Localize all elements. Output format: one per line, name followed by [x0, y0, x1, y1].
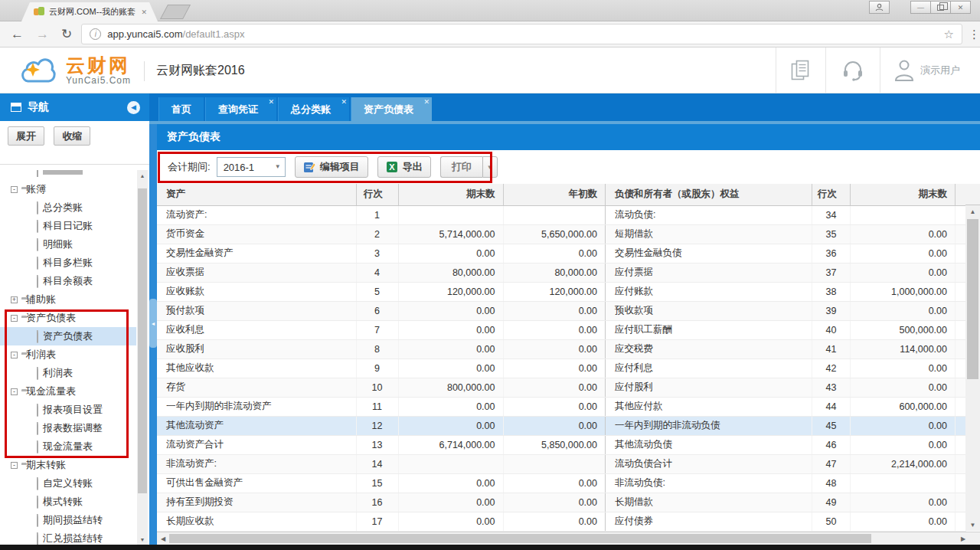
- tree-item-doc[interactable]: 科目日记账: [0, 217, 136, 235]
- workspace-tab-close-icon[interactable]: ✕: [423, 98, 430, 106]
- table-row[interactable]: 交易性金融负债360.00: [606, 244, 966, 263]
- scroll-up-icon[interactable]: ▲: [965, 205, 980, 218]
- tree-item-doc[interactable]: 资产负债表: [0, 327, 136, 345]
- workspace-tab[interactable]: 总分类账✕: [278, 97, 349, 121]
- table-row[interactable]: 应付职工薪酬40500,000.00: [606, 320, 966, 339]
- workspace-tab[interactable]: 首页: [158, 97, 204, 121]
- tree-item-folder[interactable]: -资产负债表: [0, 309, 136, 327]
- support-button[interactable]: [825, 47, 880, 93]
- table-row[interactable]: 长期应收款170.000.00: [157, 512, 605, 531]
- bookmark-star-icon[interactable]: ☆: [944, 28, 954, 41]
- user-menu-button[interactable]: 演示用户: [880, 47, 980, 93]
- tree-item-doc[interactable]: 汇兑损益结转: [0, 529, 136, 545]
- table-row[interactable]: 货币资金25,714,000.005,650,000.00: [157, 224, 605, 244]
- collapse-node-icon[interactable]: -: [11, 388, 18, 395]
- table-row[interactable]: 存货10800,000.000.00: [157, 378, 605, 397]
- table-row[interactable]: 应收票据480,000.0080,000.00: [157, 263, 605, 282]
- tree-item-folder[interactable]: -期末转账: [0, 456, 136, 474]
- table-row[interactable]: 流动资产合计136,714,000.005,850,000.00: [157, 435, 605, 454]
- tree-item-doc[interactable]: 科目余额表: [0, 272, 136, 290]
- collapse-node-icon[interactable]: -: [11, 462, 18, 469]
- print-button[interactable]: 打印: [440, 156, 482, 178]
- table-row[interactable]: 其他应付款44600,000.00: [606, 397, 966, 416]
- table-row[interactable]: 其他流动负债460.00: [606, 435, 966, 454]
- tree-item-doc[interactable]: 现金流量表: [0, 437, 136, 456]
- tree-item-doc[interactable]: 利润表: [0, 364, 136, 382]
- window-restore-icon[interactable]: [930, 1, 951, 14]
- forward-icon[interactable]: →: [36, 27, 49, 42]
- tree-item-doc[interactable]: 科目多栏账: [0, 254, 136, 272]
- browser-tab[interactable]: 云财网.COM--我的账套 ✕: [21, 2, 158, 21]
- tree-item-folder[interactable]: -账簿: [0, 180, 136, 198]
- vertical-scrollbar[interactable]: ▲ ▼: [965, 205, 980, 531]
- table-row[interactable]: 其他应收款90.000.00: [157, 358, 605, 378]
- reload-icon[interactable]: ↻: [61, 26, 72, 42]
- tree-item-doc[interactable]: 报表数据调整: [0, 419, 136, 437]
- table-row[interactable]: 一年内到期的非流动负债450.00: [606, 416, 966, 435]
- table-row[interactable]: 应付票据370.00: [606, 263, 966, 282]
- table-row[interactable]: 短期借款350.00: [606, 224, 966, 244]
- table-row[interactable]: 流动资产:1: [157, 205, 605, 224]
- url-input[interactable]: i app.yuncai5.com /default1.aspx ☆: [81, 24, 962, 44]
- tree-scrollbar-thumb[interactable]: [138, 188, 147, 493]
- horizontal-scrollbar-thumb[interactable]: [169, 534, 871, 543]
- window-close-icon[interactable]: ✕: [950, 1, 971, 14]
- scroll-left-icon[interactable]: ◀: [157, 532, 169, 545]
- vertical-scrollbar-thumb[interactable]: [967, 219, 978, 379]
- table-row[interactable]: 非流动负债:48: [606, 473, 966, 493]
- workspace-tab-close-icon[interactable]: ✕: [268, 98, 274, 106]
- splitter-collapse-icon[interactable]: ◂: [149, 299, 157, 348]
- table-row[interactable]: 交易性金融资产30.000.00: [157, 244, 605, 263]
- tree-item-clipped[interactable]: [0, 170, 136, 180]
- expand-all-button[interactable]: 展开: [8, 126, 44, 146]
- collapse-node-icon[interactable]: -: [11, 186, 18, 193]
- table-row[interactable]: 持有至到期投资160.000.00: [157, 493, 605, 512]
- tree-item-folder[interactable]: -利润表: [0, 345, 136, 364]
- scroll-down-icon[interactable]: ▼: [965, 519, 980, 531]
- table-row[interactable]: 应付股利430.00: [606, 378, 966, 397]
- table-row[interactable]: 应付账款381,000,000.00: [606, 282, 966, 301]
- tree-item-doc[interactable]: 自定义转账: [0, 474, 136, 493]
- table-row[interactable]: 应收股利80.000.00: [157, 339, 605, 358]
- tree-item-folder[interactable]: -现金流量表: [0, 382, 136, 401]
- collapse-node-icon[interactable]: -: [11, 352, 18, 358]
- workspace-tab[interactable]: 资产负债表✕: [351, 97, 432, 121]
- browser-profile-icon[interactable]: [869, 1, 890, 14]
- table-row[interactable]: 一年内到期的非流动资产110.000.00: [157, 397, 605, 416]
- period-select[interactable]: 2016-1 ▼: [217, 157, 286, 177]
- sidebar-collapse-icon[interactable]: ◀: [127, 101, 140, 114]
- table-row[interactable]: 流动负债:34: [606, 205, 966, 224]
- back-icon[interactable]: ←: [11, 27, 24, 42]
- browser-tab-close-icon[interactable]: ✕: [141, 8, 147, 16]
- expand-node-icon[interactable]: +: [11, 296, 18, 303]
- tree-scroll-down-icon[interactable]: ▼: [137, 534, 148, 545]
- tree-scrollbar[interactable]: ▲ ▼: [137, 170, 148, 545]
- window-minimize-icon[interactable]: —: [910, 1, 931, 14]
- edit-items-button[interactable]: 编辑项目: [295, 156, 368, 178]
- new-tab-button[interactable]: [160, 5, 191, 19]
- table-row[interactable]: 应收账款5120,000.00120,000.00: [157, 282, 605, 301]
- table-row[interactable]: 预收款项390.00: [606, 301, 966, 320]
- page-info-icon[interactable]: i: [90, 28, 101, 40]
- collapse-all-button[interactable]: 收缩: [54, 126, 90, 146]
- tree-scroll-up-icon[interactable]: ▲: [137, 170, 148, 181]
- documents-button[interactable]: [776, 47, 825, 93]
- export-button[interactable]: X 导出: [377, 156, 431, 178]
- workspace-tab[interactable]: 查询凭证✕: [205, 97, 276, 121]
- scroll-right-icon[interactable]: ▶: [957, 532, 969, 545]
- tree-item-doc[interactable]: 明细账: [0, 235, 136, 254]
- table-row[interactable]: 流动负债合计472,214,000.00: [606, 454, 966, 473]
- table-row[interactable]: 可供出售金融资产150.000.00: [157, 473, 605, 493]
- print-dropdown-icon[interactable]: ▼: [482, 156, 498, 178]
- panel-splitter[interactable]: ◂: [149, 124, 157, 545]
- tree-item-doc[interactable]: 模式转账: [0, 493, 136, 511]
- table-row[interactable]: 预付款项60.000.00: [157, 301, 605, 320]
- table-row[interactable]: 应收利息70.000.00: [157, 320, 605, 339]
- table-row[interactable]: 长期借款490.00: [606, 493, 966, 512]
- tree-item-doc[interactable]: 报表项目设置: [0, 401, 136, 419]
- tree-item-folder[interactable]: +辅助账: [0, 290, 136, 309]
- browser-menu-icon[interactable]: ⋮: [969, 28, 980, 41]
- table-row[interactable]: 应付债券500.00: [606, 512, 966, 531]
- table-row[interactable]: 应付利息420.00: [606, 358, 966, 378]
- tree-item-doc[interactable]: 期间损益结转: [0, 511, 136, 529]
